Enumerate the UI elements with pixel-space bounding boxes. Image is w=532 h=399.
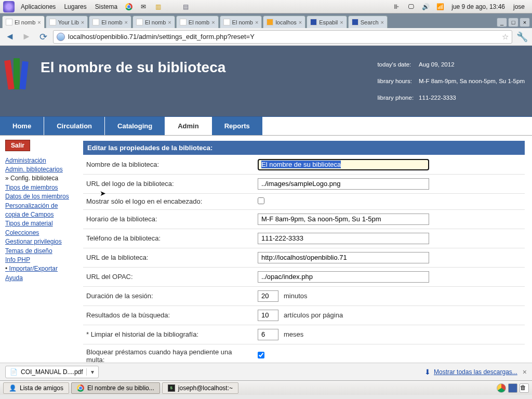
favicon-icon: [223, 19, 230, 25]
logout-button[interactable]: Salir: [5, 140, 30, 151]
download-shelf-close-icon[interactable]: ×: [523, 368, 527, 376]
sidebar-link-memberdata[interactable]: Datos de los miembros: [5, 192, 74, 201]
browser-tab-6[interactable]: localhos×: [263, 16, 305, 28]
chevron-down-icon[interactable]: ▾: [86, 368, 94, 376]
sidebar-link-phpinfo[interactable]: Info PHP: [5, 256, 74, 264]
tray-workspace-icon[interactable]: [508, 383, 517, 393]
browser-tab-7[interactable]: Espabil×: [307, 16, 347, 28]
close-icon[interactable]: ×: [338, 19, 343, 25]
menu-places[interactable]: Lugares: [60, 3, 90, 10]
browser-tabstrip: El nomb× Your Lib× El nomb× El nomb× El …: [0, 14, 532, 28]
tab-home[interactable]: Home: [0, 117, 44, 135]
site-title: El nombre de su biblioteca: [41, 59, 225, 107]
tab-reports[interactable]: Reports: [212, 117, 263, 135]
back-button[interactable]: ◄: [3, 30, 17, 44]
download-item[interactable]: 📄 COI_MANUAL D....pdf ▾: [5, 366, 99, 378]
sidebar-link-privileges[interactable]: Gestionar privilegios: [5, 237, 74, 246]
label-library-url: URL de la biblioteca:: [83, 248, 255, 267]
favicon-icon: [49, 19, 56, 25]
display-tray-icon[interactable]: 🖵: [406, 2, 416, 11]
network-tray-icon[interactable]: ⊪: [392, 2, 401, 11]
input-phone[interactable]: [258, 233, 429, 244]
signal-tray-icon[interactable]: 📶: [435, 2, 445, 11]
today-value: Aug 09, 2012: [419, 57, 525, 73]
page-viewport: El nombre de su biblioteca today's date:…: [0, 46, 532, 363]
input-logo-url[interactable]: [258, 178, 429, 190]
address-bar[interactable]: localhost/openbiblio.71/admin/settings_e…: [53, 30, 512, 44]
label-session: Duración de la sesión:: [83, 286, 255, 305]
browser-tab-0[interactable]: El nomb×: [2, 16, 45, 28]
menu-system[interactable]: Sistema: [91, 3, 122, 10]
admin-sidebar: Salir Administración Admin. bibliotecari…: [0, 136, 78, 363]
sidebar-link-import-export[interactable]: Importar/Exportar: [5, 264, 74, 273]
note-icon[interactable]: ▥: [153, 2, 163, 11]
tab-label: El nomb: [232, 19, 253, 25]
window-close-button[interactable]: ×: [520, 18, 530, 27]
browser-tab-8[interactable]: Search×: [348, 16, 388, 28]
task-friends[interactable]: 👤 Lista de amigos: [3, 382, 69, 394]
close-icon[interactable]: ×: [379, 19, 384, 25]
sidebar-link-help[interactable]: Ayuda: [5, 274, 74, 283]
task-label: El nombre de su biblio...: [87, 384, 154, 392]
input-library-url[interactable]: [258, 252, 429, 263]
input-purge[interactable]: [258, 329, 278, 340]
label-only-logo: Mostrar sólo el logo en el encabezado:: [83, 193, 255, 209]
input-opac-url[interactable]: [258, 271, 429, 283]
sidebar-link-materialtypes[interactable]: Tipos de material: [5, 219, 74, 228]
browser-tab-5[interactable]: El nomb×: [220, 16, 262, 28]
clock[interactable]: jue 9 de ago, 13:46: [447, 3, 509, 10]
task-terminal[interactable]: $ joseph@localhost:~: [162, 382, 238, 394]
reload-button[interactable]: ⟳: [36, 30, 50, 44]
checkbox-block-loans[interactable]: [258, 352, 264, 358]
wrench-menu-button[interactable]: 🔧: [515, 30, 529, 44]
favicon-icon: [310, 19, 317, 25]
mail-icon[interactable]: ✉: [139, 2, 148, 11]
file-icon: 📄: [10, 368, 18, 376]
sidebar-link-collections[interactable]: Colecciones: [5, 229, 74, 237]
tab-cataloging[interactable]: Cataloging: [105, 117, 165, 135]
browser-toolbar: ◄ ► ⟳ localhost/openbiblio.71/admin/sett…: [0, 28, 532, 46]
menu-applications[interactable]: Aplicaciones: [17, 3, 60, 10]
browser-tab-3[interactable]: El nomb×: [132, 16, 175, 28]
gnome-menu-icon[interactable]: [3, 1, 15, 12]
tray-trash-icon[interactable]: 🗑: [520, 383, 529, 393]
monitor-icon[interactable]: ▤: [181, 2, 190, 11]
close-icon[interactable]: ×: [166, 19, 171, 25]
close-icon[interactable]: ×: [253, 19, 258, 25]
suffix-per-page: artículos por página: [278, 311, 343, 319]
task-chrome[interactable]: El nombre de su biblio...: [71, 382, 160, 394]
tab-circulation[interactable]: Circulation: [44, 117, 105, 135]
chrome-launcher-icon[interactable]: [124, 2, 134, 11]
library-info-block: today's date:Aug 09, 2012 library hours:…: [376, 54, 526, 107]
close-icon[interactable]: ×: [209, 19, 215, 25]
sidebar-link-copyfields[interactable]: Personalización de copia de Campos: [5, 202, 74, 220]
close-icon[interactable]: ×: [123, 19, 128, 25]
tab-admin[interactable]: Admin: [165, 117, 211, 135]
input-hours[interactable]: [258, 214, 429, 225]
sidebar-link-membertypes[interactable]: Tipos de miembros: [5, 183, 74, 192]
browser-tab-2[interactable]: El nomb×: [89, 16, 131, 28]
volume-tray-icon[interactable]: 🔊: [421, 2, 430, 11]
browser-tab-1[interactable]: Your Lib×: [46, 16, 88, 28]
input-results[interactable]: [258, 310, 278, 321]
tray-chrome-icon[interactable]: [497, 383, 506, 393]
bookmark-star-icon[interactable]: ☆: [502, 32, 509, 42]
books-logo-icon: [6, 54, 35, 89]
sidebar-link-librarians[interactable]: Admin. bibliotecarios: [5, 165, 74, 174]
browser-tab-4[interactable]: El nomb×: [176, 16, 219, 28]
close-icon[interactable]: ×: [79, 19, 84, 25]
close-icon[interactable]: ×: [35, 19, 41, 25]
close-icon[interactable]: ×: [297, 19, 302, 25]
input-session[interactable]: [258, 290, 278, 302]
window-minimize-button[interactable]: _: [497, 18, 507, 27]
show-all-downloads-link[interactable]: Mostrar todas las descargas...: [434, 368, 517, 376]
download-arrow-icon: ⬇: [424, 368, 431, 376]
sidebar-link-themes[interactable]: Temas de diseño: [5, 247, 74, 256]
checkbox-only-logo[interactable]: [258, 197, 264, 204]
site-header: El nombre de su biblioteca today's date:…: [0, 46, 532, 116]
main-nav-tabs: Home Circulation Cataloging Admin Report…: [0, 116, 532, 136]
user-menu[interactable]: jose: [509, 3, 529, 10]
window-maximize-button[interactable]: □: [508, 18, 518, 27]
sidebar-link-admin[interactable]: Administración: [5, 156, 74, 165]
input-library-name[interactable]: [258, 159, 429, 170]
